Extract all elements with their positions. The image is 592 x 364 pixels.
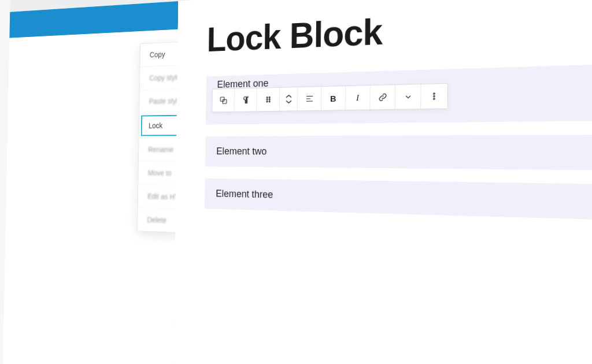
svg-point-9 bbox=[269, 101, 270, 102]
svg-point-6 bbox=[267, 99, 268, 100]
block-toolbar: B I bbox=[212, 83, 447, 113]
svg-point-4 bbox=[267, 97, 268, 98]
menu-item-shortcut: Shift+Alt+Z bbox=[255, 220, 286, 228]
menu-item-label: Rename bbox=[148, 146, 173, 154]
paragraph-icon[interactable] bbox=[234, 88, 257, 112]
svg-rect-2 bbox=[220, 97, 224, 101]
bold-button[interactable]: B bbox=[321, 86, 346, 110]
drag-handle-icon[interactable] bbox=[257, 88, 280, 111]
svg-point-7 bbox=[269, 99, 270, 100]
menu-item-label: Move to bbox=[148, 169, 172, 177]
italic-button[interactable]: I bbox=[346, 86, 371, 110]
link-button[interactable] bbox=[370, 85, 395, 109]
svg-point-10 bbox=[434, 93, 435, 94]
group-icon[interactable] bbox=[212, 89, 235, 112]
align-icon[interactable] bbox=[298, 87, 321, 110]
svg-rect-3 bbox=[223, 99, 227, 103]
menu-item-move-to[interactable]: Move to bbox=[138, 161, 297, 187]
chevron-down-icon[interactable] bbox=[395, 84, 421, 109]
menu-item-label: Copy bbox=[150, 50, 165, 59]
svg-point-11 bbox=[434, 95, 435, 96]
menu-item-rename[interactable]: Rename bbox=[139, 138, 298, 162]
more-options-button[interactable] bbox=[421, 84, 447, 109]
move-up-down[interactable] bbox=[280, 87, 298, 111]
svg-point-8 bbox=[267, 101, 268, 102]
menu-item-label: Delete bbox=[147, 216, 166, 225]
menu-item-label: Paste styles bbox=[149, 96, 185, 106]
svg-point-12 bbox=[434, 98, 435, 99]
menu-item-shortcut: Ctrl+C bbox=[269, 46, 287, 54]
menu-item-label: Edit as HTML bbox=[147, 192, 188, 201]
svg-point-5 bbox=[269, 97, 270, 98]
menu-item-label: Copy styles bbox=[149, 73, 184, 82]
menu-item-label: Lock bbox=[149, 121, 162, 130]
